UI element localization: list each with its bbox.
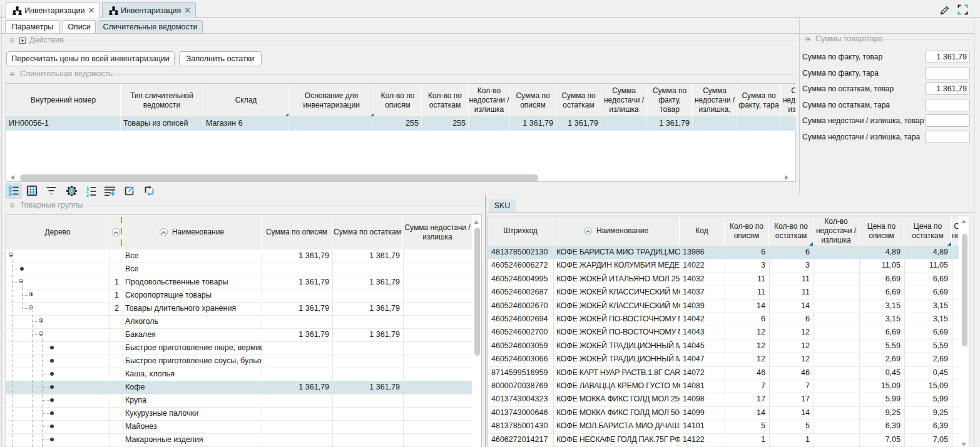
svg-text:3: 3: [86, 193, 89, 197]
